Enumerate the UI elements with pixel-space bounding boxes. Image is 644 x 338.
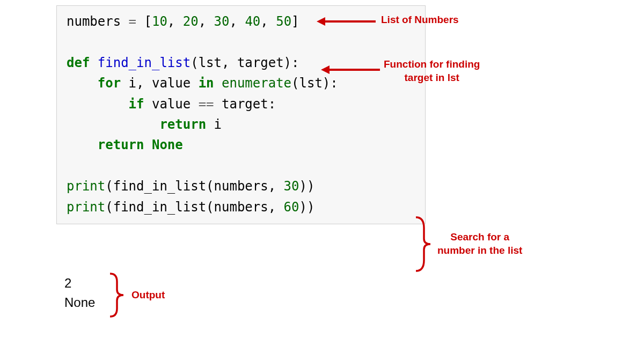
brace-output-icon xyxy=(107,271,129,319)
code-line-6: return i xyxy=(67,117,222,132)
code-line-10: print(find_in_list(numbers, 60)) xyxy=(67,200,314,215)
output-line-1: 2 xyxy=(64,276,71,290)
annotation-search: Search for a number in the list xyxy=(437,231,522,257)
code-line-7: return None xyxy=(67,137,183,152)
code-line-9: print(find_in_list(numbers, 30)) xyxy=(67,179,314,194)
code-line-1: numbers = [10, 20, 30, 40, 50] xyxy=(67,14,299,29)
code-line-3: def find_in_list(lst, target): xyxy=(67,55,299,70)
annotation-func: Function for finding target in lst xyxy=(384,58,480,84)
annotation-list: List of Numbers xyxy=(381,13,459,27)
output-line-2: None xyxy=(64,295,95,310)
code-block: numbers = [10, 20, 30, 40, 50] def find_… xyxy=(56,5,426,224)
code-line-5: if value == target: xyxy=(67,97,276,112)
annotation-output: Output xyxy=(131,289,165,302)
code-line-4: for i, value in enumerate(lst): xyxy=(67,76,338,91)
output-block: 2 None xyxy=(64,274,95,312)
